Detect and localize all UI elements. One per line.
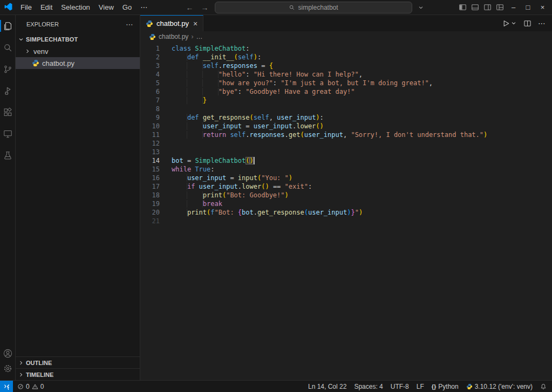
tree-item-chatbot-py[interactable]: chatbot.py bbox=[16, 57, 140, 69]
toggle-secondary-sidebar-icon[interactable] bbox=[481, 0, 494, 15]
code-line-16[interactable]: 16 user_input = input("You: ") bbox=[140, 174, 552, 182]
line-number: 6 bbox=[140, 87, 172, 96]
maximize-button[interactable]: □ bbox=[521, 0, 535, 15]
python-file-icon bbox=[32, 59, 39, 67]
timeline-label: TIMELINE bbox=[26, 372, 53, 378]
code-editor[interactable]: 1class SimpleChatbot:2 def __init__(self… bbox=[140, 42, 552, 380]
tree-item-venv[interactable]: venv bbox=[16, 45, 140, 57]
code-line-17[interactable]: 17 if user_input.lower() == "exit": bbox=[140, 182, 552, 191]
project-root-label: SIMPLECHATBOT bbox=[26, 36, 78, 43]
code-line-19[interactable]: 19 break bbox=[140, 200, 552, 208]
code-line-1[interactable]: 1class SimpleChatbot: bbox=[140, 44, 552, 53]
breadcrumb-symbol[interactable]: … bbox=[196, 33, 202, 40]
line-number: 8 bbox=[140, 105, 172, 113]
outline-section-header[interactable]: OUTLINE bbox=[16, 356, 140, 368]
chevron-right-icon bbox=[18, 360, 24, 366]
testing-activity-button[interactable] bbox=[0, 145, 15, 166]
sidebar-more-button[interactable]: ⋯ bbox=[126, 20, 133, 29]
menu-selection[interactable]: Selection bbox=[57, 3, 94, 11]
indentation[interactable]: Spaces: 4 bbox=[354, 383, 383, 390]
sidebar-title: EXPLORER bbox=[26, 21, 59, 27]
code-line-20[interactable]: 20 print(f"Bot: {bot.get_response(user_i… bbox=[140, 208, 552, 217]
settings-icon bbox=[3, 363, 13, 374]
close-button[interactable]: × bbox=[535, 0, 550, 15]
line-number: 16 bbox=[140, 174, 172, 182]
code-line-15[interactable]: 15while True: bbox=[140, 165, 552, 174]
menu-view[interactable]: View bbox=[94, 3, 118, 11]
split-editor-button[interactable] bbox=[523, 19, 531, 27]
code-line-3[interactable]: 3 self.responses = { bbox=[140, 61, 552, 70]
problems-button[interactable]: 0 0 bbox=[13, 383, 48, 390]
menu-overflow[interactable]: ⋯ bbox=[136, 3, 152, 11]
code-line-8[interactable]: 8 bbox=[140, 105, 552, 113]
outline-label: OUTLINE bbox=[26, 360, 52, 366]
menu-file[interactable]: File bbox=[16, 3, 36, 11]
editor-more-actions-button[interactable]: ⋯ bbox=[538, 19, 546, 27]
code-line-10[interactable]: 10 user_input = user_input.lower() bbox=[140, 122, 552, 130]
cursor-position[interactable]: Ln 14, Col 22 bbox=[308, 383, 346, 390]
explorer-activity-button[interactable] bbox=[0, 15, 15, 37]
run-and-debug-activity-button[interactable] bbox=[0, 80, 15, 101]
search-activity-button[interactable] bbox=[0, 37, 15, 58]
extensions-icon bbox=[3, 107, 13, 118]
activity-bar-bottom bbox=[0, 346, 15, 380]
line-number: 3 bbox=[140, 61, 172, 70]
remote-explorer-activity-button[interactable] bbox=[0, 123, 15, 145]
error-icon bbox=[17, 383, 24, 390]
customize-layout-icon[interactable] bbox=[494, 0, 506, 15]
file-tree: venvchatbot.py bbox=[16, 45, 140, 69]
account-activity-button[interactable] bbox=[0, 346, 15, 361]
project-root-folder[interactable]: SIMPLECHATBOT bbox=[16, 33, 140, 45]
back-button[interactable]: ← bbox=[185, 3, 195, 12]
language-mode[interactable]: {} Python bbox=[432, 383, 459, 390]
code-line-6[interactable]: 6 "bye": "Goodbye! Have a great day!" bbox=[140, 87, 552, 96]
eol-setting[interactable]: LF bbox=[417, 383, 424, 390]
forward-button[interactable]: → bbox=[200, 3, 210, 12]
settings-activity-button[interactable] bbox=[0, 361, 15, 376]
menu-edit[interactable]: Edit bbox=[36, 3, 57, 11]
toggle-sidebar-icon[interactable] bbox=[456, 0, 469, 15]
vscode-logo-icon bbox=[0, 3, 16, 12]
code-line-14[interactable]: 14bot = SimpleChatbot() bbox=[140, 156, 552, 165]
chevron-right-icon bbox=[18, 372, 24, 378]
run-python-file-button[interactable] bbox=[502, 19, 517, 27]
command-center-search[interactable]: simplechatbot bbox=[215, 2, 412, 13]
encoding[interactable]: UTF-8 bbox=[391, 383, 409, 390]
tree-item-label: venv bbox=[33, 47, 48, 56]
code-line-7[interactable]: 7 } bbox=[140, 96, 552, 105]
chevron-right-icon bbox=[24, 48, 31, 54]
python-interpreter[interactable]: 3.10.12 ('env': venv) bbox=[466, 383, 533, 390]
tab-close-icon[interactable]: × bbox=[193, 19, 197, 28]
line-number: 18 bbox=[140, 191, 172, 200]
tab-chatbot-py[interactable]: chatbot.py × bbox=[140, 15, 203, 31]
code-line-2[interactable]: 2 def __init__(self): bbox=[140, 53, 552, 61]
toggle-panel-icon[interactable] bbox=[469, 0, 481, 15]
remote-indicator-button[interactable] bbox=[0, 381, 13, 392]
breadcrumb[interactable]: chatbot.py › … bbox=[140, 31, 552, 42]
code-line-13[interactable]: 13 bbox=[140, 148, 552, 156]
source-control-activity-button[interactable] bbox=[0, 58, 15, 80]
menu-go[interactable]: Go bbox=[118, 3, 136, 11]
line-number: 10 bbox=[140, 122, 172, 130]
code-line-12[interactable]: 12 bbox=[140, 139, 552, 148]
minimize-button[interactable]: – bbox=[506, 0, 521, 15]
run-icon bbox=[502, 19, 510, 27]
code-line-4[interactable]: 4 "hello": "Hi there! How can I help?", bbox=[140, 70, 552, 79]
extensions-activity-button[interactable] bbox=[0, 101, 15, 123]
code-line-11[interactable]: 11 return self.responses.get(user_input,… bbox=[140, 130, 552, 139]
source-control-icon bbox=[3, 64, 13, 74]
breadcrumb-file[interactable]: chatbot.py bbox=[159, 33, 188, 40]
line-number: 2 bbox=[140, 53, 172, 61]
remote-icon bbox=[3, 383, 10, 390]
line-number: 11 bbox=[140, 130, 172, 139]
line-number: 9 bbox=[140, 113, 172, 122]
copilot-button[interactable] bbox=[417, 3, 424, 11]
line-number: 15 bbox=[140, 165, 172, 174]
code-line-18[interactable]: 18 print("Bot: Goodbye!") bbox=[140, 191, 552, 200]
notifications-button[interactable] bbox=[540, 383, 547, 390]
warning-icon bbox=[32, 383, 38, 390]
timeline-section-header[interactable]: TIMELINE bbox=[16, 368, 140, 380]
code-line-9[interactable]: 9 def get_response(self, user_input): bbox=[140, 113, 552, 122]
code-line-5[interactable]: 5 "how are you?": "I'm just a bot, but I… bbox=[140, 79, 552, 87]
code-line-21[interactable]: 21 bbox=[140, 217, 552, 225]
